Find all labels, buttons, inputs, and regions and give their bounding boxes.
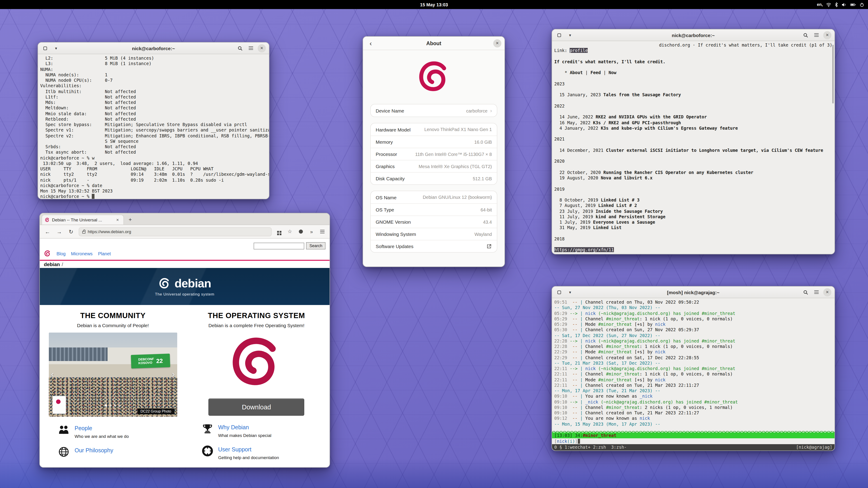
terminal-content[interactable]: L2: 5 MiB (4 instances) L3: 8 MiB (1 ins… xyxy=(38,54,269,199)
menu-button[interactable] xyxy=(319,228,326,235)
terminal-headerbar[interactable]: ▾ nick@carboforce:~ × xyxy=(552,29,835,41)
menu-button[interactable] xyxy=(812,288,820,296)
search-button[interactable] xyxy=(236,44,244,52)
os-info-card: OS NameDebian GNU/Linux 12 (bookworm)OS … xyxy=(370,191,497,253)
tmux-status-bar: 0 § 1:weechat+ 2:zsh 3:zsh-[nick@agrajag… xyxy=(552,444,835,451)
user-support-link[interactable]: User Support xyxy=(218,447,251,453)
menu-button[interactable] xyxy=(247,44,255,52)
os-subtitle: Debian is a complete Free Operating Syst… xyxy=(188,323,325,328)
scrollbar[interactable] xyxy=(832,45,834,103)
tmux-window-list[interactable]: 0 § 1:weechat+ 2:zsh 3:zsh- xyxy=(554,444,627,451)
about-headerbar[interactable]: ‹ About × xyxy=(363,37,504,50)
why-debian-link[interactable]: Why Debian xyxy=(218,424,249,431)
new-tab-button[interactable] xyxy=(555,288,563,296)
hero-tagline: The Universal operating system xyxy=(155,292,214,296)
carousel-dot[interactable] xyxy=(110,404,112,407)
terminal-line: 8 October, 2019 Linked List # 3 xyxy=(554,197,832,203)
downloads-button[interactable] xyxy=(297,228,304,235)
terminal-headerbar[interactable]: ▾ nick@carboforce:~ × xyxy=(38,42,269,54)
new-tab-button[interactable] xyxy=(41,44,49,52)
browser-window: Debian -- The Universal ... × + ← → ↻ ht… xyxy=(39,213,330,468)
terminal-line: nick@carboforce ~ % date xyxy=(40,183,267,189)
nav-link-planet[interactable]: Planet xyxy=(98,251,111,256)
tab-list-button[interactable]: ▾ xyxy=(566,288,574,296)
hero-banner: debian The Universal operating system xyxy=(40,268,330,305)
tab-overview-button[interactable] xyxy=(275,228,283,235)
carousel-next-button[interactable]: › xyxy=(172,369,175,379)
terminal-line xyxy=(554,65,832,70)
carousel-dots[interactable] xyxy=(49,404,177,407)
terminal-line xyxy=(554,181,832,187)
terminal-line: 7 August, 2019 Linked List # 2 xyxy=(554,203,832,209)
hardware-rows: Hardware ModelLenovo ThinkPad X1 Nano Ge… xyxy=(371,123,497,184)
carousel-dot[interactable] xyxy=(119,404,121,407)
device-name-row[interactable]: Device Name carboforce› xyxy=(371,104,497,117)
clock-menu-button[interactable]: 15 May 13:03 xyxy=(420,2,448,7)
feature-why-debian: Why Debian What makes Debian special xyxy=(188,423,325,438)
back-button[interactable]: ‹ xyxy=(366,39,375,48)
reload-button[interactable]: ↻ xyxy=(67,228,75,236)
os-heading: THE OPERATING SYSTEM xyxy=(188,311,325,320)
system-status-area[interactable]: en, xyxy=(817,0,864,9)
terminal-headerbar[interactable]: ▾ [mosh] nick@agrajag:~ × xyxy=(552,287,835,298)
terminal-line: https://gmpg.org/xfn/11 xyxy=(554,248,832,253)
search-input[interactable] xyxy=(254,242,305,249)
carousel-dot[interactable] xyxy=(114,404,116,407)
url-text[interactable]: https://www.debian.org xyxy=(88,229,131,234)
terminal-line: 09:10 --> | _nick (~nick@agrajag.dischor… xyxy=(554,399,832,405)
tab-close-button[interactable]: × xyxy=(114,217,121,223)
weechat-input-line[interactable]: [nick(i)] xyxy=(552,438,835,444)
overflow-button[interactable]: » xyxy=(308,228,315,235)
new-tab-button[interactable]: + xyxy=(126,215,135,225)
search-submit-button[interactable]: Search xyxy=(306,242,326,250)
grid-icon xyxy=(277,231,279,232)
carousel-prev-button[interactable]: ‹ xyxy=(51,369,54,379)
terminal-line: If credit's what matters, I'll take cred… xyxy=(554,59,832,65)
search-button[interactable] xyxy=(802,288,810,296)
address-bar[interactable]: https://www.debian.org xyxy=(79,227,272,236)
terminal-line: Mds: Not affected xyxy=(40,100,267,105)
terminal-line: -- Mon, 17 Apr 2023 (Tue, 21 Mar 2023) -… xyxy=(554,388,832,394)
community-subtitle: Debian is a Community of People! xyxy=(44,323,182,328)
debian-logo xyxy=(416,59,452,97)
terminal-line: L1tf: Not affected xyxy=(40,94,267,100)
back-button[interactable]: ← xyxy=(43,228,52,236)
tab-list-button[interactable]: ▾ xyxy=(566,31,574,39)
close-button[interactable]: × xyxy=(493,39,501,47)
tab-list-button[interactable]: ▾ xyxy=(52,44,60,52)
terminal-line: nick@carboforce ~ % w xyxy=(40,155,267,161)
close-button[interactable]: × xyxy=(258,44,266,52)
terminal-content[interactable]: dischord.org · If credit's what matters,… xyxy=(552,41,835,254)
row-label: OS Type xyxy=(376,207,394,213)
why-debian-desc: What makes Debian special xyxy=(218,433,272,438)
download-button[interactable]: Download xyxy=(209,398,305,416)
philosophy-link[interactable]: Our Philosophy xyxy=(74,447,113,454)
terminal-line: nick@carboforce ~ % xyxy=(40,194,267,199)
new-tab-button[interactable] xyxy=(555,31,563,39)
close-button[interactable]: × xyxy=(823,288,831,296)
software-updates-row[interactable]: Software Updates xyxy=(371,240,497,252)
people-link[interactable]: People xyxy=(74,425,92,431)
terminal-line: 22:11 -- | Channel created on Tue, 21 Ma… xyxy=(554,383,832,388)
terminal-line: 09:10 -- | You are now known as _nick xyxy=(554,394,832,399)
terminal-line: 19 August, 2020 Nova and libvirt 6.x xyxy=(554,175,832,181)
about-row-memory: Memory16.0 GiB xyxy=(371,135,497,148)
bookmark-button[interactable]: ☆ xyxy=(286,228,293,235)
search-button[interactable] xyxy=(802,31,810,39)
terminal-line: NUMA node0 CPU(s): 0-7 xyxy=(40,78,267,84)
nav-link-micronews[interactable]: Micronews xyxy=(71,251,93,256)
close-button[interactable]: × xyxy=(823,31,831,39)
keyboard-layout-indicator[interactable]: en, xyxy=(817,2,823,7)
nav-link-blog[interactable]: Blog xyxy=(57,251,66,256)
terminal-content[interactable]: 09:51 -- | Channel created on Thu, 03 No… xyxy=(552,298,835,451)
forward-button[interactable]: → xyxy=(55,228,63,236)
terminal-line: 22:11 --> | nick (~nick@agrajag.dischord… xyxy=(554,366,832,372)
row-label: Windowing System xyxy=(376,231,416,237)
carousel-dot[interactable] xyxy=(105,404,107,407)
terminal-line: 2023 xyxy=(554,81,832,87)
browser-tab[interactable]: Debian -- The Universal ... × xyxy=(41,215,124,225)
chevron-down-icon: ▾ xyxy=(55,46,57,51)
menu-button[interactable] xyxy=(812,31,820,39)
terminal-line: L3: 8 MiB (1 instance) xyxy=(40,61,267,67)
terminal-line: Meltdown: Not affected xyxy=(40,105,267,111)
